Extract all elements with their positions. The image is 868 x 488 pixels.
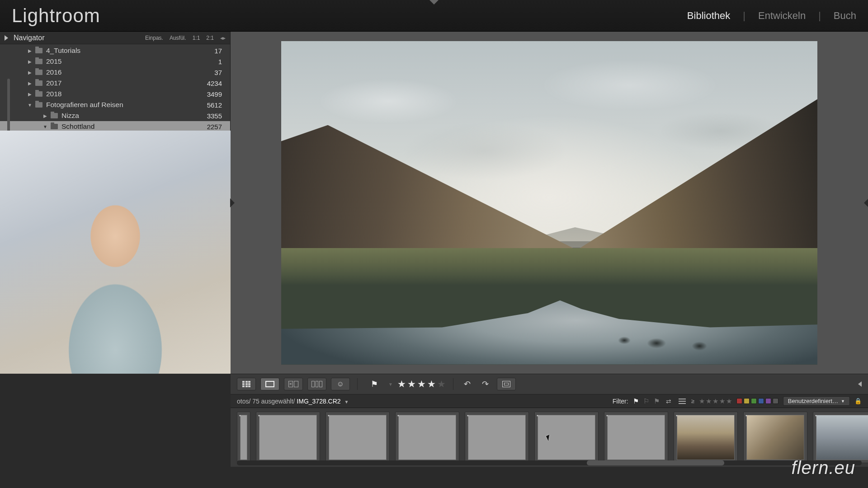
loupe-icon xyxy=(265,381,274,387)
disclosure-expanded-icon[interactable]: ▼ xyxy=(27,103,33,108)
disclosure-collapsed-icon[interactable]: ▶ xyxy=(27,70,33,75)
module-library[interactable]: Bibliothek xyxy=(687,10,730,22)
filmstrip-path[interactable]: otos/ 75 ausgewählt/ IMG_3728.CR2 ▼ xyxy=(237,398,349,405)
thumb-image xyxy=(329,415,387,460)
rotate-ccw-icon: ↶ xyxy=(464,379,471,389)
color-label-red[interactable] xyxy=(736,398,742,404)
right-panel-collapse-icon[interactable] xyxy=(864,198,868,207)
filmstrip-thumb[interactable]: ▪ xyxy=(674,412,738,463)
filter-rating-operator[interactable]: ≥ xyxy=(691,398,694,404)
thumb-image xyxy=(259,415,317,460)
sync-button[interactable] xyxy=(497,378,516,390)
filter-sliders-icon[interactable] xyxy=(678,398,687,404)
star-4[interactable]: ★ xyxy=(427,379,436,389)
folder-row[interactable]: ▶201637 xyxy=(0,67,230,78)
color-label-blue[interactable] xyxy=(758,398,764,404)
filmstrip-thumb[interactable]: ▪ xyxy=(534,412,599,463)
module-develop[interactable]: Entwickeln xyxy=(758,10,806,22)
thumb-badges: ▪ xyxy=(467,413,469,418)
survey-view-button[interactable] xyxy=(307,378,326,390)
flag-button[interactable]: ⚑ xyxy=(365,378,384,390)
main-photo[interactable] xyxy=(281,41,817,365)
star-5[interactable]: ★ xyxy=(437,379,446,389)
folder-row[interactable]: ▼Fotografieren auf Reisen5612 xyxy=(0,99,230,110)
filmstrip-thumb[interactable]: ▪ xyxy=(326,412,390,463)
people-view-button[interactable]: ☺ xyxy=(331,378,350,390)
top-collapse-triangle[interactable] xyxy=(429,0,439,5)
zoom-dropdown-icon[interactable]: ◂▸ xyxy=(220,35,226,41)
rating-stars[interactable]: ★★★★★ xyxy=(397,379,446,389)
filmstrip-thumb[interactable]: ▪ xyxy=(743,412,807,463)
grid-view-button[interactable] xyxy=(237,378,256,390)
folder-row[interactable]: ▶4_Tutorials17 xyxy=(0,45,230,56)
disclosure-collapsed-icon[interactable]: ▶ xyxy=(27,59,33,64)
navigator-header[interactable]: Navigator Einpas. Ausfül. 1:1 2:1 ◂▸ xyxy=(0,32,230,44)
folder-row[interactable]: ▶Nizza3355 xyxy=(0,110,230,121)
color-label-yellow[interactable] xyxy=(744,398,750,404)
filmstrip-thumb[interactable]: ▪ xyxy=(256,412,320,463)
zoom-1-1[interactable]: 1:1 xyxy=(193,35,200,41)
path-dropdown-icon[interactable]: ▼ xyxy=(344,399,349,404)
disclosure-collapsed-icon[interactable]: ▶ xyxy=(27,48,33,53)
filter-rating-stars[interactable]: ★★★★★ xyxy=(699,397,732,405)
thumb-image xyxy=(677,415,735,460)
color-label-green[interactable] xyxy=(751,398,757,404)
filter-switch-icon[interactable]: ⇄ xyxy=(664,398,673,404)
rotate-ccw-button[interactable]: ↶ xyxy=(461,378,474,390)
folder-icon xyxy=(51,113,58,118)
folder-icon xyxy=(35,102,42,108)
disclosure-collapsed-icon[interactable]: ▶ xyxy=(27,92,33,97)
webcam-overlay xyxy=(0,131,231,374)
filmstrip-scrollbar-handle[interactable] xyxy=(587,460,724,465)
thumb-badges: ▪ xyxy=(328,413,330,418)
folder-row[interactable]: ▶20183499 xyxy=(0,89,230,99)
zoom-2-1[interactable]: 2:1 xyxy=(206,35,214,41)
navigator-title: Navigator xyxy=(14,34,140,42)
zoom-fit[interactable]: Einpas. xyxy=(145,35,163,41)
rotate-cw-button[interactable]: ↷ xyxy=(479,378,492,390)
disclosure-expanded-icon[interactable]: ▼ xyxy=(42,124,48,129)
disclosure-collapsed-icon[interactable]: ▶ xyxy=(42,113,48,118)
star-1[interactable]: ★ xyxy=(397,379,406,389)
filter-color-labels xyxy=(736,398,778,404)
folder-row[interactable]: ▶20174234 xyxy=(0,78,230,89)
filter-flag-unflagged[interactable]: ⚐ xyxy=(643,397,649,405)
filmstrip-thumb[interactable]: ▪ xyxy=(395,412,459,463)
filter-flag-rejected[interactable]: ⚑ xyxy=(654,397,660,405)
color-label-purple[interactable] xyxy=(765,398,771,404)
folder-icon xyxy=(35,70,42,75)
filmstrip-thumb[interactable]: ▪ xyxy=(465,412,529,463)
compare-view-button[interactable] xyxy=(284,378,303,390)
filter-preset-dropdown[interactable]: Benutzerdefiniert… ▼ xyxy=(783,396,850,406)
disclosure-collapsed-icon[interactable]: ▶ xyxy=(27,81,33,86)
filmstrip-scrollbar[interactable] xyxy=(237,460,862,465)
compare-icon xyxy=(288,381,298,387)
loupe-view[interactable] xyxy=(231,32,868,374)
left-panel-collapse-icon[interactable] xyxy=(230,198,235,207)
filmstrip-thumb[interactable]: ▪ xyxy=(604,412,668,463)
filmstrip-thumb[interactable]: ▪ xyxy=(237,412,250,463)
color-label-none[interactable] xyxy=(773,398,778,404)
filter-flag-pick[interactable]: ⚑ xyxy=(633,397,639,405)
filter-lock-icon[interactable]: 🔒 xyxy=(854,398,862,404)
folder-label: 4_Tutorials xyxy=(46,47,214,55)
filmstrip-thumb[interactable]: ▪ xyxy=(813,412,868,463)
navigator-zoom-controls: Einpas. Ausfül. 1:1 2:1 ◂▸ xyxy=(145,35,226,41)
navigator-disclosure-icon[interactable] xyxy=(5,35,8,41)
star-3[interactable]: ★ xyxy=(417,379,426,389)
star-2[interactable]: ★ xyxy=(407,379,416,389)
folder-row[interactable]: ▶20151 xyxy=(0,56,230,67)
selection-count-text: 75 ausgewählt/ xyxy=(252,398,295,405)
loupe-view-button[interactable] xyxy=(260,378,279,390)
filmstrip[interactable]: ▪▪▪▪▪▪▪▪▪▪ xyxy=(231,408,868,467)
filter-preset-label: Benutzerdefiniert… xyxy=(788,398,838,404)
folder-count: 3355 xyxy=(207,112,222,120)
toolbar-menu-icon[interactable] xyxy=(858,381,862,387)
module-separator: | xyxy=(743,10,745,22)
current-filename: IMG_3728.CR2 xyxy=(297,398,340,405)
zoom-fill[interactable]: Ausfül. xyxy=(170,35,186,41)
flag-dropdown-icon[interactable]: ▼ xyxy=(388,382,393,387)
folder-icon xyxy=(35,91,42,97)
module-book[interactable]: Buch xyxy=(834,10,856,22)
toolbar-divider xyxy=(357,378,358,390)
